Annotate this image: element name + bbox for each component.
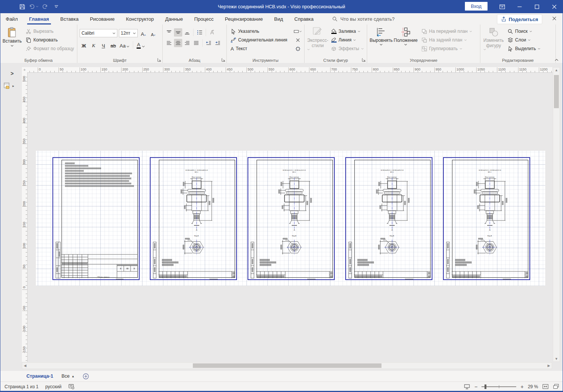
fit-page-icon[interactable] [542,384,549,389]
text-block-tool-button[interactable] [294,44,302,53]
align-bottom-button[interactable] [183,28,191,37]
sheet-drawing-1[interactable]: НСВ14хМ20-С, НСВ14хМ20-Н М1:1 Вид сперед… [150,157,237,280]
line-button[interactable]: Линия [329,36,365,44]
tab-design[interactable]: Конструктор [120,13,160,24]
scroll-down-icon[interactable]: ▼ [553,357,560,361]
zoom-level[interactable]: 29 % [528,384,538,389]
copy-button[interactable]: Копировать [24,36,75,44]
bold-button[interactable]: Ж [80,40,88,49]
save-button[interactable] [17,2,28,12]
language-indicator[interactable]: русский [45,384,62,389]
align-right-button[interactable] [183,39,191,47]
sign-in-button[interactable]: Вход [465,2,488,11]
shape-styles-dialog-launcher[interactable] [362,58,366,62]
tab-data[interactable]: Данные [160,13,189,24]
change-case-button[interactable]: Aa [119,40,130,49]
page-tab-current[interactable]: Страница-1 [26,374,53,379]
all-pages-dropdown[interactable]: Все▲ [62,374,74,379]
justify-button[interactable] [192,39,200,47]
customize-qat-button[interactable] [51,2,62,12]
zoom-slider[interactable] [481,386,516,387]
close-document-icon[interactable] [552,16,557,21]
horizontal-scroll-thumb[interactable] [193,363,381,368]
scroll-up-icon[interactable]: ▲ [553,68,560,72]
tab-draw[interactable]: Рисование [84,13,120,24]
connector-tool-button[interactable]: Соединительная линия [229,36,294,44]
horizontal-scrollbar[interactable]: ◀ ▶ [22,362,552,369]
collapse-ribbon-button[interactable] [555,59,558,61]
horizontal-ruler[interactable]: 0501001502002503003504004505005506006507… [27,67,552,73]
vertical-scroll-thumb[interactable] [554,75,559,108]
vertical-ruler[interactable]: 500450400350300250200150100500-50-100-15… [22,72,28,362]
shrink-font-button[interactable]: A˅ [149,29,157,38]
paste-button[interactable]: Вставить [2,26,22,47]
tab-view[interactable]: Вид [268,13,289,24]
sheet-cover[interactable]: Общие данные [52,157,140,280]
underline-button[interactable]: Ч [99,40,108,49]
fill-button[interactable]: Заливка [329,27,365,35]
scroll-left-icon[interactable]: ◀ [24,363,26,369]
font-family-select[interactable]: Calibri [80,29,117,37]
new-page-button[interactable] [83,373,89,380]
switch-windows-icon[interactable] [553,384,559,389]
maximize-button[interactable] [528,0,546,13]
tab-insert[interactable]: Вставка [55,13,84,24]
quick-styles-button[interactable]: Экспресс-стили [307,26,329,51]
minimize-button[interactable] [511,0,528,13]
bullets-button[interactable] [195,28,204,37]
font-dialog-launcher[interactable] [157,58,161,62]
drawing-canvas-area[interactable]: > ▸ + 0501001502002503003504004505005506… [0,63,563,371]
italic-button[interactable]: К [89,40,98,49]
undo-button[interactable] [28,2,39,12]
pointer-tool-button[interactable]: Указатель [229,27,294,35]
macro-recorder-icon[interactable] [68,384,75,389]
align-left-button[interactable] [165,39,173,47]
tab-process[interactable]: Процесс [189,13,219,24]
scroll-right-icon[interactable]: ▶ [548,363,550,369]
vertical-scrollbar[interactable]: ▲ ▼ [553,67,560,362]
tab-file[interactable]: Файл [0,13,23,24]
send-to-back-button[interactable]: На задний план [420,36,474,44]
find-button[interactable]: Поиск [506,27,542,35]
paragraph-dialog-launcher[interactable] [222,58,225,62]
presentation-mode-icon[interactable] [464,384,470,389]
zoom-in-button[interactable]: + [520,384,523,390]
redo-button[interactable] [39,2,51,12]
text-tool-button[interactable]: АТекст [229,44,294,53]
align-button[interactable]: Выровнять [369,26,393,46]
select-button[interactable]: Выделить [506,44,542,53]
tab-review[interactable]: Рецензирование [219,13,268,24]
font-color-button[interactable]: А [136,40,146,49]
rectangle-tool-button[interactable] [294,27,302,35]
tell-me-search[interactable]: Что вы хотите сделать? [332,13,395,24]
sheet-drawing-2[interactable]: НСВ14хG1/2-С, НСВ14хG1/2-Н М1:1 Вид спер… [248,157,335,280]
ribbon-display-options-button[interactable] [494,0,511,13]
layers-button[interactable]: Слои [506,36,542,44]
shapes-stencil-button[interactable]: ▸ [4,83,14,89]
group-shapes-button[interactable]: Группировать [420,44,474,53]
share-button[interactable]: Поделиться [497,14,542,24]
page-indicator[interactable]: Страница 1 из 1 [5,384,38,389]
align-middle-button[interactable] [174,28,182,37]
strikethrough-button[interactable]: ab [109,40,117,49]
zoom-out-button[interactable]: − [474,384,477,390]
align-center-button[interactable] [174,39,182,47]
position-button[interactable]: Положение [393,26,418,46]
decrease-indent-button[interactable] [205,39,213,47]
tab-home[interactable]: Главная [23,13,55,24]
effects-button[interactable]: Эффекты [329,44,365,53]
sheet-drawing-4[interactable]: НСВ14хК1/2-С, НСВ14хК1/2-Н М1:1 Вид спер… [443,157,530,280]
change-shape-button[interactable]: Изменитьфигуру [483,26,505,51]
tab-help[interactable]: Справка [289,13,319,24]
connection-point-tool-button[interactable] [294,36,302,44]
increase-indent-button[interactable] [214,39,222,47]
bring-to-front-button[interactable]: На передний план [420,27,474,35]
grow-font-button[interactable]: A˄ [139,29,148,38]
expand-shapes-panel-button[interactable]: > [11,70,14,77]
close-button[interactable] [546,0,563,13]
format-painter-button[interactable]: Формат по образцу [24,44,75,53]
align-top-button[interactable] [165,28,173,37]
cut-button[interactable]: Вырезать [24,27,75,35]
zoom-slider-thumb[interactable] [485,384,486,389]
sheet-drawing-3[interactable]: НСВ14хR1/2-С, НСВ14хR1/2-Н М1:1 Вид спер… [345,157,432,280]
